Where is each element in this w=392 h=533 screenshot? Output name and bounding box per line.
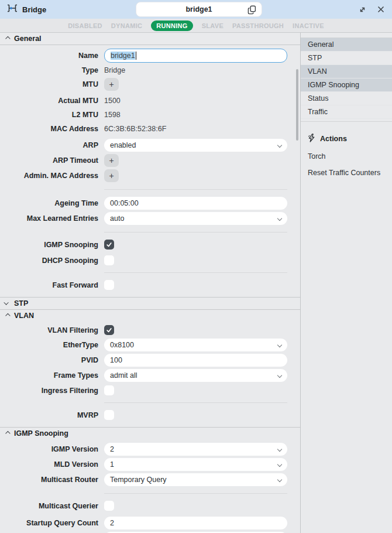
- max-learned-select[interactable]: auto: [104, 212, 287, 225]
- admin-mac-add-button[interactable]: +: [104, 169, 119, 182]
- field-row-mtu: MTU +: [0, 78, 300, 91]
- flag-passthrough: PASSTHROUGH: [232, 22, 284, 29]
- sidebar-item-general[interactable]: General: [301, 38, 392, 52]
- field-row-ethertype: EtherType 0x8100: [0, 339, 300, 351]
- actions-panel: Actions Torch Reset Traffic Counters: [301, 122, 392, 177]
- sidebar-item-igmp-snooping[interactable]: IGMP Snooping: [301, 78, 392, 92]
- arp-label: ARP: [0, 141, 98, 149]
- field-row-fast-forward: Fast Forward: [0, 280, 300, 290]
- mtu-label: MTU: [0, 80, 98, 88]
- action-torch[interactable]: Torch: [308, 152, 385, 160]
- frame-types-label: Frame Types: [0, 371, 98, 380]
- igmp-snooping-checkbox[interactable]: [104, 240, 114, 250]
- section-header-stp[interactable]: STP: [0, 297, 300, 309]
- ageing-time-label: Ageing Time: [0, 199, 98, 207]
- copy-icon[interactable]: [247, 5, 257, 15]
- chevron-down-icon: [277, 343, 282, 347]
- collapse-icon: [5, 36, 10, 41]
- multicast-router-select[interactable]: Temporary Query: [104, 473, 287, 486]
- section-header-igmp-snooping[interactable]: IGMP Snooping: [0, 427, 300, 439]
- lightning-icon: [308, 134, 315, 144]
- ethertype-select[interactable]: 0x8100: [104, 339, 287, 351]
- field-row-max-learned: Max Learned Entries auto: [0, 212, 300, 225]
- mld-version-select[interactable]: 1: [104, 458, 287, 471]
- igmp-version-select[interactable]: 2: [104, 443, 287, 456]
- field-row-startup-query-count: Startup Query Count 2: [0, 517, 300, 529]
- divider: [104, 189, 287, 190]
- flag-running: RUNNING: [151, 20, 192, 31]
- field-row-dhcp-snooping: DHCP Snooping: [0, 255, 300, 265]
- max-learned-label: Max Learned Entries: [0, 214, 98, 223]
- field-row-mld-version: MLD Version 1: [0, 458, 300, 471]
- sidebar-item-status[interactable]: Status: [301, 92, 392, 105]
- field-row-admin-mac: Admin. MAC Address +: [0, 169, 300, 182]
- mvrp-label: MVRP: [0, 411, 98, 419]
- flag-dynamic: DYNAMIC: [111, 22, 142, 29]
- field-row-ingress-filtering: Ingress Filtering: [0, 385, 300, 395]
- flag-disabled: DISABLED: [68, 22, 102, 29]
- chevron-down-icon: [277, 477, 282, 482]
- window-title: Bridge: [22, 5, 46, 14]
- field-row-multicast-router: Multicast Router Temporary Query: [0, 473, 300, 486]
- chevron-down-icon: [277, 143, 282, 148]
- arp-select[interactable]: enabled: [104, 139, 287, 152]
- restore-window-icon[interactable]: [358, 5, 366, 13]
- chevron-down-icon: [277, 462, 282, 467]
- field-row-l2-mtu: L2 MTU 1598: [0, 111, 300, 119]
- chevron-down-icon: [277, 373, 282, 378]
- mac-address-label: MAC Address: [0, 125, 98, 133]
- mac-address-value: 6C:3B:6B:52:38:6F: [104, 125, 166, 133]
- field-row-mvrp: MVRP: [0, 410, 300, 420]
- ageing-time-input[interactable]: 00:05:00: [104, 197, 287, 210]
- divider: [104, 232, 287, 233]
- type-value: Bridge: [104, 66, 125, 74]
- flag-slave: SLAVE: [202, 22, 223, 29]
- section-header-vlan[interactable]: VLAN: [0, 309, 300, 322]
- mvrp-checkbox[interactable]: [104, 410, 114, 420]
- form-scrollbar-thumb[interactable]: [296, 69, 298, 141]
- field-row-igmp-snooping: IGMP Snooping: [0, 240, 300, 250]
- mtu-add-button[interactable]: +: [104, 78, 119, 91]
- igmp-version-label: IGMP Version: [0, 445, 98, 453]
- sidebar: General STP VLAN IGMP Snooping Status Tr…: [301, 33, 392, 533]
- action-reset-traffic-counters[interactable]: Reset Traffic Counters: [308, 169, 385, 177]
- close-icon[interactable]: [377, 5, 385, 13]
- collapse-icon: [5, 313, 10, 318]
- status-flag-bar: DISABLED DYNAMIC RUNNING SLAVE PASSTHROU…: [0, 19, 392, 33]
- sidebar-item-vlan[interactable]: VLAN: [301, 65, 392, 78]
- field-row-igmp-version: IGMP Version 2: [0, 443, 300, 456]
- arp-timeout-add-button[interactable]: +: [104, 154, 119, 167]
- field-row-mac-address: MAC Address 6C:3B:6B:52:38:6F: [0, 125, 300, 133]
- flag-inactive: INACTIVE: [293, 22, 324, 29]
- expand-icon: [4, 300, 8, 305]
- field-row-pvid: PVID 100: [0, 354, 300, 367]
- section-header-general[interactable]: General: [0, 33, 300, 45]
- field-row-arp: ARP enabled: [0, 139, 300, 152]
- admin-mac-label: Admin. MAC Address: [0, 172, 98, 180]
- multicast-querier-checkbox[interactable]: [104, 501, 114, 511]
- ingress-filtering-checkbox[interactable]: [104, 385, 114, 395]
- divider: [104, 272, 287, 273]
- name-pill-input[interactable]: bridge1: [136, 2, 262, 17]
- l2-mtu-label: L2 MTU: [0, 111, 98, 119]
- frame-types-select[interactable]: admit all: [104, 369, 287, 382]
- pvid-input[interactable]: 100: [104, 354, 287, 367]
- field-row-multicast-querier: Multicast Querier: [0, 501, 300, 511]
- chevron-down-icon: [277, 447, 282, 452]
- pvid-label: PVID: [0, 356, 98, 364]
- actual-mtu-label: Actual MTU: [0, 97, 98, 105]
- field-row-actual-mtu: Actual MTU 1500: [0, 97, 300, 105]
- startup-query-count-input[interactable]: 2: [104, 517, 287, 529]
- fast-forward-checkbox[interactable]: [104, 280, 114, 290]
- divider: [104, 493, 287, 494]
- startup-query-count-label: Startup Query Count: [0, 519, 98, 527]
- vlan-filtering-checkbox[interactable]: [104, 325, 114, 335]
- sidebar-item-traffic[interactable]: Traffic: [301, 105, 392, 119]
- dhcp-snooping-checkbox[interactable]: [104, 255, 114, 265]
- sidebar-item-stp[interactable]: STP: [301, 52, 392, 65]
- form-panel: General Name bridge1 Type Bridge MTU + A: [0, 33, 301, 533]
- name-input[interactable]: bridge1: [104, 49, 287, 63]
- field-row-vlan-filtering: VLAN Filtering: [0, 325, 300, 335]
- multicast-router-label: Multicast Router: [0, 476, 98, 484]
- title-bar: Bridge bridge1: [0, 0, 392, 19]
